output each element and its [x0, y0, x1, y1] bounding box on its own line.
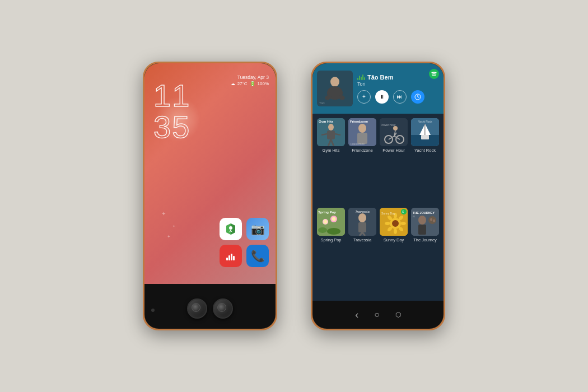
left-phone: ✦ ✦ ✦ 11 35 Tuesday, Apr 3 ☁ 27°C — [143, 62, 277, 330]
track-artist: Tori — [357, 81, 424, 87]
svg-point-64 — [394, 228, 397, 234]
app-sound-icon[interactable] — [220, 245, 242, 267]
playlist-sunny-day[interactable]: Sunny Day S Sunny Day — [379, 208, 409, 296]
right-phone: Tori Tão — [311, 62, 445, 330]
sparkle-1: ✦ — [161, 211, 166, 217]
svg-point-76 — [428, 216, 436, 224]
svg-text:THE JOURNEY: THE JOURNEY — [413, 211, 435, 214]
sparkle-2: ✦ — [172, 224, 175, 228]
app-camera-icon[interactable]: 📷 — [246, 218, 269, 240]
svg-point-31 — [393, 126, 398, 130]
power-hour-cover: Power Hour — [380, 118, 408, 146]
weather-icon: ☁ — [231, 81, 235, 86]
svg-text:Friendzone: Friendzone — [351, 142, 365, 146]
playlist-power-hour[interactable]: Power Hour Power Hour — [379, 118, 409, 207]
svg-rect-4 — [228, 255, 230, 260]
svg-rect-19 — [327, 130, 335, 139]
journey-cover: THE JOURNEY E1 — [411, 208, 439, 236]
playlist-yacht-rock[interactable]: Yacht Rock Yacht Rock — [410, 118, 440, 207]
track-controls: + ⏸ ⏭ — [357, 90, 424, 104]
now-playing-section: Tori Tão — [312, 63, 444, 114]
camera-dot — [151, 309, 155, 312]
svg-line-15 — [418, 97, 419, 97]
svg-point-62 — [400, 222, 406, 225]
camera-bump — [187, 298, 233, 319]
nav-bar: ‹ ○ ⬡ — [312, 301, 444, 329]
svg-point-8 — [330, 77, 339, 87]
svg-point-45 — [327, 228, 340, 235]
svg-point-52 — [358, 213, 366, 222]
svg-text:Tori: Tori — [319, 101, 325, 105]
battery-level: 100% — [258, 81, 269, 86]
playlist-friendzone[interactable]: Friendzone Friendzone Friendzone — [347, 118, 377, 207]
friendzone-label-overlay: Friendzone — [350, 120, 368, 123]
equalizer-bars — [357, 74, 365, 80]
app-phone-icon[interactable]: 📞 — [246, 245, 269, 267]
svg-rect-73 — [418, 225, 426, 235]
playlist-the-journey[interactable]: THE JOURNEY E1 The Journey — [410, 208, 440, 296]
weather-date: Tuesday, Apr 3 — [231, 74, 269, 80]
battery-icon: 🔋 — [250, 81, 255, 86]
gym-hits-cover: Gym Hits — [317, 118, 345, 146]
playlist-spring-pop[interactable]: Spring Pop Spring Pop — [316, 208, 346, 296]
sparkle-3: ✦ — [167, 234, 171, 239]
svg-text:Spring Pop: Spring Pop — [318, 211, 336, 214]
spotify-logo — [429, 69, 439, 81]
app-grid: 📷 📞 — [220, 218, 269, 267]
pause-button[interactable]: ⏸ — [375, 90, 389, 104]
sunny-day-label: Sunny Day — [384, 237, 404, 242]
clock-minute: 35 — [153, 111, 190, 143]
next-track-button[interactable]: ⏭ — [393, 90, 407, 104]
svg-text:Power Hour: Power Hour — [381, 123, 396, 127]
svg-point-2 — [229, 226, 232, 230]
spring-pop-cover: Spring Pop — [317, 208, 345, 236]
clock-block: 11 35 — [153, 80, 190, 143]
camera-area — [144, 284, 276, 329]
back-button[interactable]: ‹ — [355, 309, 358, 321]
travessia-cover: Travessia — [348, 208, 376, 236]
track-info: Tão Bem Tori + ⏸ ⏭ — [357, 74, 424, 104]
clock-hour: 11 — [153, 80, 190, 111]
svg-rect-3 — [226, 258, 228, 260]
track-title: Tão Bem — [367, 74, 393, 81]
svg-point-66 — [385, 222, 390, 225]
svg-rect-53 — [358, 222, 366, 232]
home-button[interactable]: ○ — [374, 310, 380, 320]
gym-hits-label: Gym Hits — [323, 148, 340, 153]
svg-point-59 — [392, 220, 399, 227]
sunny-day-cover: Sunny Day S — [380, 208, 408, 236]
left-screen: ✦ ✦ ✦ 11 35 Tuesday, Apr 3 ☁ 27°C — [144, 63, 276, 284]
svg-point-25 — [358, 124, 366, 133]
phones-container: ✦ ✦ ✦ 11 35 Tuesday, Apr 3 ☁ 27°C — [143, 62, 445, 330]
svg-text:Travessia: Travessia — [355, 210, 370, 213]
svg-rect-40 — [421, 135, 429, 139]
svg-rect-5 — [231, 254, 232, 260]
spring-pop-label: Spring Pop — [320, 237, 341, 242]
svg-text:Sunny Day: Sunny Day — [381, 212, 395, 215]
svg-point-47 — [324, 220, 327, 223]
yacht-rock-cover: Yacht Rock — [411, 118, 439, 146]
svg-text:Yacht Rock: Yacht Rock — [418, 120, 432, 123]
app-maps-icon[interactable] — [220, 218, 242, 240]
album-art: Tori — [317, 71, 353, 106]
friendzone-label: Friendzone — [352, 148, 373, 153]
weather-widget: Tuesday, Apr 3 ☁ 27°C 🔋 100% — [231, 74, 269, 86]
svg-point-77 — [430, 218, 432, 221]
svg-point-78 — [433, 220, 435, 222]
right-screen: Tori Tão — [312, 63, 444, 301]
yacht-rock-label: Yacht Rock — [414, 148, 436, 153]
svg-rect-6 — [233, 256, 235, 260]
playlist-gym-hits[interactable]: Gym Hits Gym Hits — [316, 118, 346, 207]
add-to-library-button[interactable]: + — [357, 90, 371, 104]
svg-point-72 — [418, 216, 426, 225]
recents-button[interactable]: ⬡ — [395, 311, 401, 319]
gym-hits-label-overlay: Gym Hits — [319, 120, 333, 123]
journey-label: The Journey — [413, 237, 437, 242]
svg-text:E1: E1 — [413, 216, 415, 218]
playlists-grid: Gym Hits Gym Hits — [312, 114, 444, 301]
friendzone-cover: Friendzone Friendzone — [348, 118, 376, 146]
sleep-timer-button[interactable] — [411, 90, 424, 104]
travessia-label: Travessia — [353, 237, 371, 242]
playlist-travessia[interactable]: Travessia Travessia — [347, 208, 377, 296]
camera-lens-1 — [187, 298, 207, 319]
